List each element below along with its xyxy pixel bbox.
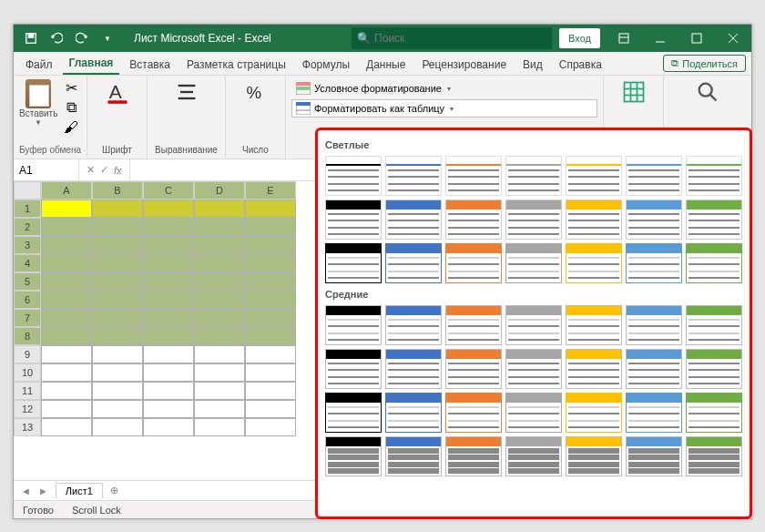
row-header[interactable]: 5	[14, 272, 41, 291]
table-style-thumb[interactable]	[325, 393, 382, 433]
row-header[interactable]: 11	[14, 382, 41, 400]
tab-home[interactable]: Главная	[63, 53, 120, 75]
table-style-thumb[interactable]	[686, 393, 742, 433]
row-header[interactable]: 7	[14, 309, 41, 327]
cell[interactable]	[92, 345, 143, 363]
cell[interactable]	[245, 309, 296, 327]
search-input[interactable]	[374, 32, 546, 45]
table-style-thumb[interactable]	[445, 436, 502, 476]
tab-data[interactable]: Данные	[360, 55, 412, 75]
sheet-nav-next[interactable]: ►	[38, 486, 48, 496]
cell[interactable]	[194, 254, 245, 272]
table-style-thumb[interactable]	[505, 156, 562, 196]
cell[interactable]	[92, 272, 143, 291]
table-style-thumb[interactable]	[445, 349, 502, 389]
table-style-thumb[interactable]	[325, 305, 382, 345]
cell[interactable]	[41, 254, 92, 272]
tab-review[interactable]: Рецензирование	[415, 55, 513, 75]
cell[interactable]	[245, 272, 296, 291]
cell[interactable]	[194, 272, 245, 291]
table-style-thumb[interactable]	[445, 156, 502, 196]
tab-file[interactable]: Файл	[19, 55, 59, 75]
cell[interactable]	[143, 200, 194, 218]
table-style-thumb[interactable]	[385, 393, 442, 433]
table-style-thumb[interactable]	[505, 305, 562, 345]
cell[interactable]	[41, 363, 92, 382]
table-style-thumb[interactable]	[325, 243, 382, 283]
cell[interactable]	[143, 236, 194, 254]
cell[interactable]	[92, 309, 143, 327]
share-button[interactable]: ⧉Поделиться	[663, 55, 746, 72]
enter-formula-icon[interactable]: ✓	[100, 164, 108, 176]
table-style-thumb[interactable]	[385, 156, 442, 196]
cell[interactable]	[194, 236, 245, 254]
row-header[interactable]: 8	[14, 327, 41, 345]
row-header[interactable]: 9	[14, 345, 41, 363]
cell[interactable]	[245, 254, 296, 272]
cancel-formula-icon[interactable]: ✕	[87, 164, 95, 176]
format-painter-button[interactable]: 🖌	[61, 119, 81, 136]
group-font[interactable]: A Шрифт	[87, 76, 148, 159]
cell[interactable]	[245, 327, 296, 345]
cell[interactable]	[143, 363, 194, 382]
tab-view[interactable]: Вид	[516, 55, 549, 75]
row-header[interactable]: 3	[14, 236, 41, 254]
table-style-thumb[interactable]	[505, 243, 562, 283]
copy-button[interactable]: ⧉	[61, 99, 81, 116]
group-number[interactable]: % Число	[226, 76, 286, 159]
cell[interactable]	[41, 200, 92, 218]
column-header[interactable]: B	[92, 181, 143, 200]
cell[interactable]	[41, 291, 92, 309]
column-header[interactable]: C	[143, 181, 194, 200]
cell[interactable]	[92, 291, 143, 309]
tab-insert[interactable]: Вставка	[123, 55, 177, 75]
cell[interactable]	[92, 218, 143, 236]
table-style-thumb[interactable]	[626, 305, 682, 345]
table-style-thumb[interactable]	[626, 243, 682, 283]
table-style-thumb[interactable]	[505, 393, 562, 433]
name-box[interactable]: A1	[14, 159, 79, 180]
cell[interactable]	[245, 291, 296, 309]
cell[interactable]	[92, 327, 143, 345]
row-header[interactable]: 12	[14, 400, 41, 418]
table-style-thumb[interactable]	[385, 305, 442, 345]
save-button[interactable]	[21, 28, 41, 48]
cell[interactable]	[41, 345, 92, 363]
cell[interactable]	[194, 345, 245, 363]
cell[interactable]	[143, 382, 194, 400]
row-header[interactable]: 6	[14, 291, 41, 309]
cell[interactable]	[194, 309, 245, 327]
cell[interactable]	[41, 309, 92, 327]
cell[interactable]	[41, 382, 92, 400]
sheet-tab[interactable]: Лист1	[56, 483, 103, 498]
table-style-thumb[interactable]	[626, 349, 682, 389]
table-style-thumb[interactable]	[566, 305, 622, 345]
table-style-thumb[interactable]	[686, 305, 742, 345]
cell[interactable]	[245, 382, 296, 400]
cell[interactable]	[143, 218, 194, 236]
cell[interactable]	[41, 272, 92, 291]
cell[interactable]	[41, 327, 92, 345]
undo-button[interactable]	[46, 28, 66, 48]
row-header[interactable]: 4	[14, 254, 41, 272]
cell[interactable]	[92, 418, 143, 436]
cell[interactable]	[143, 272, 194, 291]
cell[interactable]	[194, 382, 245, 400]
cell[interactable]	[194, 327, 245, 345]
table-style-thumb[interactable]	[566, 349, 622, 389]
cell[interactable]	[194, 363, 245, 382]
cell[interactable]	[245, 200, 296, 218]
cell[interactable]	[143, 254, 194, 272]
table-style-thumb[interactable]	[505, 349, 562, 389]
table-style-thumb[interactable]	[566, 156, 622, 196]
cell[interactable]	[245, 418, 296, 436]
cell[interactable]	[245, 345, 296, 363]
table-style-thumb[interactable]	[566, 200, 622, 240]
cell[interactable]	[41, 218, 92, 236]
table-style-thumb[interactable]	[566, 393, 622, 433]
search-box[interactable]: 🔍	[352, 27, 552, 49]
sheet-nav-prev[interactable]: ◄	[21, 486, 31, 496]
redo-button[interactable]	[72, 28, 92, 48]
column-header[interactable]: D	[194, 181, 245, 200]
cell[interactable]	[245, 400, 296, 418]
